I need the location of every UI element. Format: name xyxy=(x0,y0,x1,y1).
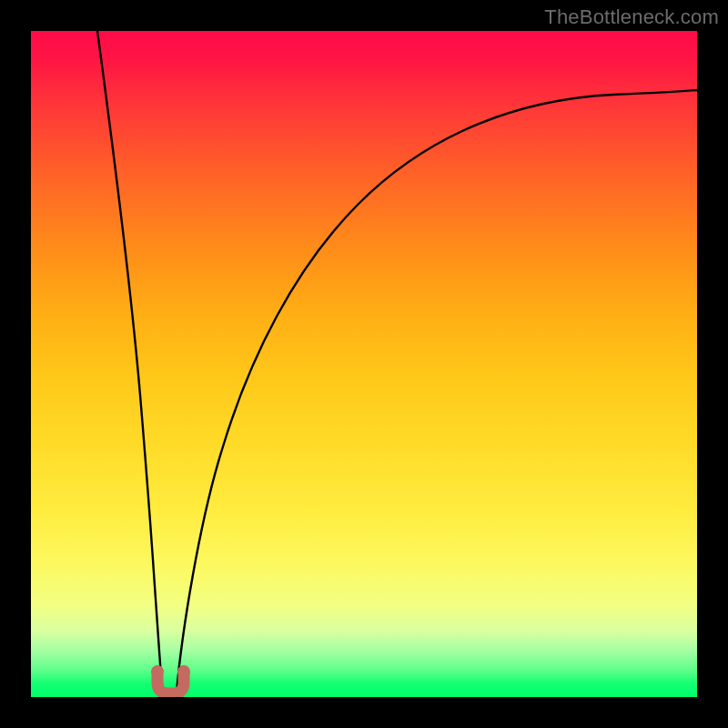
valley-marker-dot-left xyxy=(151,665,164,678)
plot-area xyxy=(31,31,697,697)
curve-left-branch xyxy=(97,31,163,692)
curve-right-branch xyxy=(177,90,697,692)
chart-frame: TheBottleneck.com xyxy=(0,0,728,728)
watermark-text: TheBottleneck.com xyxy=(544,5,719,29)
valley-marker-dot-right xyxy=(177,665,190,678)
curve-layer xyxy=(31,31,697,697)
